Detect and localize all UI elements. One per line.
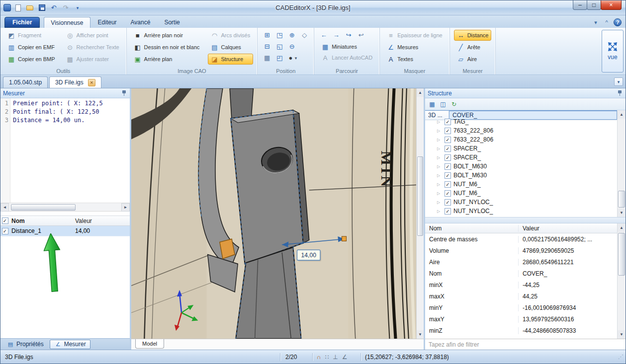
resize-grip[interactable]: ⋰ — [618, 354, 626, 360]
visibility-checkbox[interactable] — [445, 181, 451, 188]
visibility-checkbox[interactable] — [445, 199, 451, 206]
scroll-down-button[interactable]: ▼ — [618, 209, 626, 217]
expander-icon[interactable] — [437, 200, 442, 205]
angle-snap-icon[interactable]: ∠ — [342, 354, 348, 361]
expander-icon[interactable] — [437, 209, 442, 214]
arete-button[interactable]: ╱ Arête — [454, 42, 492, 53]
tree-item[interactable]: SPACER_ — [425, 153, 617, 162]
afficher-point-button[interactable]: ◎ Afficher point — [63, 30, 122, 41]
forward-button[interactable]: → — [331, 30, 342, 40]
expander-icon[interactable] — [437, 191, 442, 196]
arcs-divises-button[interactable]: ◠ Arcs divisés — [208, 30, 254, 41]
close-button[interactable]: × — [601, 0, 622, 10]
expander-icon[interactable] — [437, 155, 442, 160]
jump-back-button[interactable]: ↩ — [356, 30, 366, 40]
tree-item[interactable]: NUT_M6_ — [425, 180, 617, 189]
arriere-plan-button[interactable]: ▣ Arrière plan — [131, 54, 203, 65]
property-row[interactable]: minY -16,0019069876934 — [425, 302, 617, 313]
customize-toolbar-button[interactable]: ▾ — [592, 18, 600, 26]
expander-icon[interactable] — [437, 138, 442, 142]
tab-close-button[interactable]: × — [88, 79, 95, 86]
expander-icon[interactable] — [437, 164, 442, 169]
tree-item[interactable]: NUT_M6_ — [425, 189, 617, 198]
qat-dropdown-button[interactable]: ▾ — [73, 3, 83, 13]
scroll-thumb[interactable] — [618, 191, 625, 208]
fragment-button[interactable]: ◩ Fragment — [4, 30, 58, 41]
save-button[interactable] — [37, 3, 47, 13]
tree-scrollbar[interactable]: ▲ ▼ — [617, 110, 626, 217]
property-row[interactable]: maxX 44,25 — [425, 291, 617, 302]
tree-item[interactable]: SPACER_ — [425, 144, 617, 153]
visibility-checkbox[interactable] — [445, 128, 451, 134]
pan-button[interactable]: ⊞ — [262, 30, 272, 40]
grid-view-button[interactable]: ▦ — [262, 53, 272, 63]
jump-forward-button[interactable]: ↪ — [343, 30, 354, 40]
tab-sortie[interactable]: Sortie — [158, 17, 186, 28]
open-file-button[interactable] — [25, 3, 35, 13]
expander-icon[interactable] — [437, 146, 442, 151]
magnet-snap-icon[interactable]: ∩ — [317, 354, 321, 361]
visibility-checkbox[interactable] — [445, 172, 451, 179]
tab-editeur[interactable]: Editeur — [91, 17, 123, 28]
arriere-plan-noir-button[interactable]: ■ Arrière plan noir — [131, 30, 203, 41]
lancer-autocad-button[interactable]: A Lancer AutoCAD — [318, 52, 375, 63]
perpendicular-snap-icon[interactable]: ⊥ — [333, 354, 338, 361]
structure-button[interactable]: ◪ Structure — [208, 54, 254, 65]
tree-item[interactable]: BOLT_M630 — [425, 162, 617, 171]
scroll-up-button[interactable]: ▲ — [618, 223, 626, 232]
pin-icon[interactable] — [617, 90, 623, 96]
columns-view-button[interactable]: ◫ — [439, 100, 447, 109]
property-row[interactable]: Aire 28680,6549611221 — [425, 256, 617, 268]
filter-input[interactable] — [425, 339, 626, 350]
distance-button[interactable]: ↔ Distance — [454, 30, 492, 41]
textes-button[interactable]: A Textes — [384, 54, 446, 65]
visibility-checkbox[interactable] — [445, 208, 451, 215]
cad-3d-scene[interactable]: MIN — [131, 88, 416, 339]
minimize-button[interactable]: – — [573, 0, 587, 10]
undo-button[interactable]: ↶ — [49, 3, 59, 13]
zoom-out-button[interactable]: ⊖ — [286, 41, 297, 52]
calques-button[interactable]: ▤ Calques — [208, 42, 254, 53]
property-row[interactable]: Volume 47869,9290659025 — [425, 245, 617, 256]
expander-icon[interactable] — [437, 182, 442, 187]
scroll-right-button[interactable]: ► — [121, 203, 130, 212]
tree-item[interactable]: NUT_NYLOC_ — [425, 207, 617, 216]
property-row[interactable]: maxY 13,9597925600316 — [425, 313, 617, 325]
help-button[interactable]: ? — [614, 18, 622, 26]
scroll-thumb[interactable] — [417, 156, 423, 236]
redo-button[interactable]: ↷ — [61, 3, 71, 13]
sheet-tab-model[interactable]: Model — [135, 339, 164, 349]
tree-view-button[interactable]: ▦ — [428, 100, 437, 109]
aire-button[interactable]: ▱ Aire — [454, 54, 492, 65]
viewport-vertical-scrollbar[interactable]: ▲ ▼ — [416, 88, 424, 339]
copy-view-button[interactable]: ⊟ — [262, 41, 272, 52]
property-row[interactable]: Nom COVER_ — [425, 268, 617, 279]
scroll-up-button[interactable]: ▲ — [618, 110, 626, 119]
expander-icon[interactable] — [437, 173, 442, 178]
scroll-down-button[interactable]: ▼ — [618, 330, 626, 339]
property-row[interactable]: Centre de masses 0,00521750616489952; ..… — [425, 233, 617, 245]
vue-button[interactable]: vue — [602, 30, 624, 73]
mesures-button[interactable]: ∠ Mesures — [384, 42, 446, 53]
scroll-thumb[interactable] — [618, 233, 625, 276]
zoom-page-button[interactable]: ◰ — [274, 53, 285, 63]
maximize-button[interactable]: □ — [587, 0, 601, 10]
rechercher-texte-button[interactable]: ⊙ Rechercher Texte — [63, 42, 122, 53]
property-row[interactable]: minZ -44,2486608507833 — [425, 325, 617, 336]
visibility-checkbox[interactable] — [445, 119, 451, 125]
refresh-button[interactable]: ↻ — [449, 100, 458, 109]
visibility-checkbox[interactable] — [445, 146, 451, 152]
document-tab-igs[interactable]: 3D File.igs × — [49, 76, 101, 88]
tab-proprietes[interactable]: ▤ Propriétés — [2, 340, 48, 349]
visibility-checkbox[interactable] — [445, 154, 451, 161]
tree-item[interactable]: 7633_222_806 — [425, 126, 617, 135]
zoom-window-button[interactable]: ◳ — [274, 30, 285, 40]
visibility-checkbox[interactable] — [445, 163, 451, 170]
scroll-down-button[interactable]: ▼ — [417, 330, 424, 339]
tree-item[interactable]: TAG_ — [425, 117, 617, 126]
copier-emf-button[interactable]: ▥ Copier en EMF — [4, 42, 58, 53]
back-button[interactable]: ← — [318, 30, 329, 40]
expander-icon[interactable] — [437, 120, 442, 124]
render-mode-button[interactable]: ● ▾ — [286, 53, 297, 63]
file-menu-button[interactable]: Fichier — [4, 17, 40, 28]
